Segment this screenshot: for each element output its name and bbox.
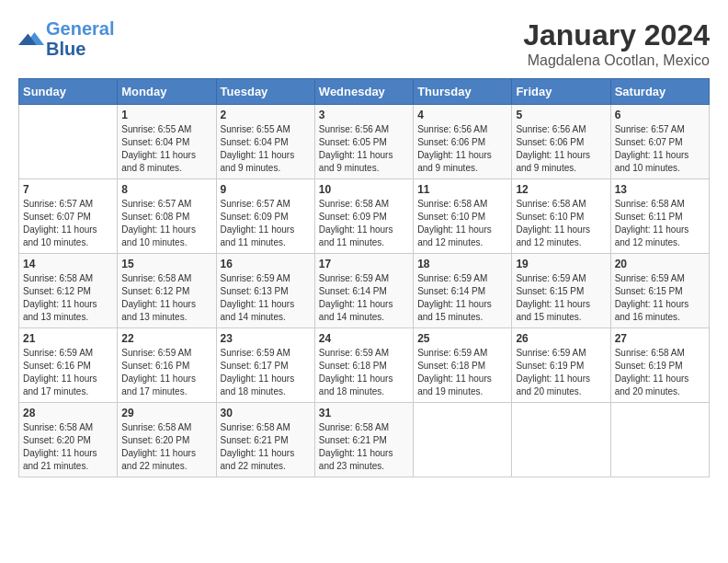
day-info: Sunrise: 6:57 AMSunset: 6:09 PMDaylight:… xyxy=(221,198,311,249)
cell-w2-d5: 19Sunrise: 6:59 AMSunset: 6:15 PMDayligh… xyxy=(512,254,610,328)
calendar-table: Sunday Monday Tuesday Wednesday Thursday… xyxy=(18,78,710,477)
day-info: Sunrise: 6:56 AMSunset: 6:05 PMDaylight:… xyxy=(319,123,409,175)
cell-w3-d0: 21Sunrise: 6:59 AMSunset: 6:16 PMDayligh… xyxy=(19,328,118,403)
day-number: 12 xyxy=(516,183,606,196)
cell-w1-d2: 9Sunrise: 6:57 AMSunset: 6:09 PMDaylight… xyxy=(216,179,314,254)
day-number: 2 xyxy=(221,109,311,121)
logo-text: General Blue xyxy=(46,18,114,59)
cell-w3-d5: 26Sunrise: 6:59 AMSunset: 6:19 PMDayligh… xyxy=(512,328,610,403)
cell-w2-d0: 14Sunrise: 6:58 AMSunset: 6:12 PMDayligh… xyxy=(19,254,118,328)
day-number: 24 xyxy=(319,332,409,345)
day-number: 8 xyxy=(121,183,211,196)
cell-w0-d5: 5Sunrise: 6:56 AMSunset: 6:06 PMDaylight… xyxy=(512,105,610,179)
logo-icon xyxy=(18,26,44,52)
week-row-1: 7Sunrise: 6:57 AMSunset: 6:07 PMDaylight… xyxy=(19,179,710,254)
cell-w3-d3: 24Sunrise: 6:59 AMSunset: 6:18 PMDayligh… xyxy=(314,328,413,403)
day-info: Sunrise: 6:55 AMSunset: 6:04 PMDaylight:… xyxy=(221,123,311,175)
day-number: 27 xyxy=(615,332,705,345)
day-number: 19 xyxy=(516,258,606,270)
day-number: 31 xyxy=(319,407,409,419)
page-header: General Blue January 2024 Magdalena Ocot… xyxy=(18,18,710,69)
day-info: Sunrise: 6:59 AMSunset: 6:13 PMDaylight:… xyxy=(221,272,311,324)
day-number: 29 xyxy=(121,407,211,419)
cell-w1-d1: 8Sunrise: 6:57 AMSunset: 6:08 PMDaylight… xyxy=(118,179,216,254)
day-number: 14 xyxy=(23,258,113,270)
day-info: Sunrise: 6:58 AMSunset: 6:12 PMDaylight:… xyxy=(23,272,113,324)
day-info: Sunrise: 6:58 AMSunset: 6:11 PMDaylight:… xyxy=(615,198,705,249)
cell-w0-d1: 1Sunrise: 6:55 AMSunset: 6:04 PMDaylight… xyxy=(118,105,216,179)
header-thursday: Thursday xyxy=(414,79,512,105)
calendar-subtitle: Magdalena Ocotlan, Mexico xyxy=(523,52,710,69)
cell-w1-d0: 7Sunrise: 6:57 AMSunset: 6:07 PMDaylight… xyxy=(19,179,118,254)
day-info: Sunrise: 6:55 AMSunset: 6:04 PMDaylight:… xyxy=(121,123,211,175)
day-info: Sunrise: 6:59 AMSunset: 6:15 PMDaylight:… xyxy=(615,272,705,324)
day-info: Sunrise: 6:58 AMSunset: 6:20 PMDaylight:… xyxy=(23,421,113,473)
day-info: Sunrise: 6:59 AMSunset: 6:18 PMDaylight:… xyxy=(417,347,507,398)
week-row-2: 14Sunrise: 6:58 AMSunset: 6:12 PMDayligh… xyxy=(19,254,710,328)
day-info: Sunrise: 6:58 AMSunset: 6:21 PMDaylight:… xyxy=(221,421,311,473)
weekday-header-row: Sunday Monday Tuesday Wednesday Thursday… xyxy=(19,79,710,105)
cell-w0-d6: 6Sunrise: 6:57 AMSunset: 6:07 PMDaylight… xyxy=(610,105,709,179)
day-number: 22 xyxy=(121,332,211,345)
day-info: Sunrise: 6:59 AMSunset: 6:16 PMDaylight:… xyxy=(121,347,211,398)
cell-w2-d2: 16Sunrise: 6:59 AMSunset: 6:13 PMDayligh… xyxy=(216,254,314,328)
day-number: 26 xyxy=(516,332,606,345)
week-row-3: 21Sunrise: 6:59 AMSunset: 6:16 PMDayligh… xyxy=(19,328,710,403)
day-info: Sunrise: 6:58 AMSunset: 6:09 PMDaylight:… xyxy=(319,198,409,249)
calendar-body: 1Sunrise: 6:55 AMSunset: 6:04 PMDaylight… xyxy=(19,105,710,477)
day-number: 18 xyxy=(417,258,507,270)
day-number: 10 xyxy=(319,183,409,196)
cell-w1-d3: 10Sunrise: 6:58 AMSunset: 6:09 PMDayligh… xyxy=(314,179,413,254)
cell-w4-d0: 28Sunrise: 6:58 AMSunset: 6:20 PMDayligh… xyxy=(19,403,118,477)
cell-w1-d5: 12Sunrise: 6:58 AMSunset: 6:10 PMDayligh… xyxy=(512,179,610,254)
day-number: 20 xyxy=(615,258,705,270)
day-number: 16 xyxy=(221,258,311,270)
cell-w2-d4: 18Sunrise: 6:59 AMSunset: 6:14 PMDayligh… xyxy=(414,254,512,328)
cell-w0-d0 xyxy=(19,105,118,179)
day-number: 7 xyxy=(23,183,113,196)
day-info: Sunrise: 6:58 AMSunset: 6:21 PMDaylight:… xyxy=(319,421,409,473)
day-info: Sunrise: 6:57 AMSunset: 6:08 PMDaylight:… xyxy=(121,198,211,249)
cell-w3-d4: 25Sunrise: 6:59 AMSunset: 6:18 PMDayligh… xyxy=(414,328,512,403)
cell-w3-d1: 22Sunrise: 6:59 AMSunset: 6:16 PMDayligh… xyxy=(118,328,216,403)
day-number: 3 xyxy=(319,109,409,121)
day-number: 4 xyxy=(417,109,507,121)
cell-w2-d1: 15Sunrise: 6:58 AMSunset: 6:12 PMDayligh… xyxy=(118,254,216,328)
day-number: 9 xyxy=(221,183,311,196)
day-number: 15 xyxy=(121,258,211,270)
day-number: 28 xyxy=(23,407,113,419)
cell-w1-d6: 13Sunrise: 6:58 AMSunset: 6:11 PMDayligh… xyxy=(610,179,709,254)
header-saturday: Saturday xyxy=(610,79,709,105)
day-info: Sunrise: 6:58 AMSunset: 6:19 PMDaylight:… xyxy=(615,347,705,398)
cell-w4-d1: 29Sunrise: 6:58 AMSunset: 6:20 PMDayligh… xyxy=(118,403,216,477)
day-number: 11 xyxy=(417,183,507,196)
day-number: 6 xyxy=(615,109,705,121)
cell-w0-d3: 3Sunrise: 6:56 AMSunset: 6:05 PMDaylight… xyxy=(314,105,413,179)
day-info: Sunrise: 6:57 AMSunset: 6:07 PMDaylight:… xyxy=(23,198,113,249)
day-number: 5 xyxy=(516,109,606,121)
day-number: 17 xyxy=(319,258,409,270)
week-row-0: 1Sunrise: 6:55 AMSunset: 6:04 PMDaylight… xyxy=(19,105,710,179)
day-info: Sunrise: 6:58 AMSunset: 6:12 PMDaylight:… xyxy=(121,272,211,324)
day-number: 25 xyxy=(417,332,507,345)
cell-w4-d4 xyxy=(414,403,512,477)
day-number: 23 xyxy=(221,332,311,345)
cell-w2-d3: 17Sunrise: 6:59 AMSunset: 6:14 PMDayligh… xyxy=(314,254,413,328)
day-info: Sunrise: 6:59 AMSunset: 6:17 PMDaylight:… xyxy=(221,347,311,398)
title-block: January 2024 Magdalena Ocotlan, Mexico xyxy=(523,18,710,69)
cell-w0-d2: 2Sunrise: 6:55 AMSunset: 6:04 PMDaylight… xyxy=(216,105,314,179)
day-number: 30 xyxy=(221,407,311,419)
header-tuesday: Tuesday xyxy=(216,79,314,105)
day-info: Sunrise: 6:59 AMSunset: 6:14 PMDaylight:… xyxy=(417,272,507,324)
cell-w2-d6: 20Sunrise: 6:59 AMSunset: 6:15 PMDayligh… xyxy=(610,254,709,328)
cell-w3-d2: 23Sunrise: 6:59 AMSunset: 6:17 PMDayligh… xyxy=(216,328,314,403)
cell-w4-d2: 30Sunrise: 6:58 AMSunset: 6:21 PMDayligh… xyxy=(216,403,314,477)
day-info: Sunrise: 6:59 AMSunset: 6:15 PMDaylight:… xyxy=(516,272,606,324)
day-number: 13 xyxy=(615,183,705,196)
cell-w1-d4: 11Sunrise: 6:58 AMSunset: 6:10 PMDayligh… xyxy=(414,179,512,254)
day-info: Sunrise: 6:59 AMSunset: 6:14 PMDaylight:… xyxy=(319,272,409,324)
day-info: Sunrise: 6:58 AMSunset: 6:10 PMDaylight:… xyxy=(417,198,507,249)
cell-w3-d6: 27Sunrise: 6:58 AMSunset: 6:19 PMDayligh… xyxy=(610,328,709,403)
day-info: Sunrise: 6:57 AMSunset: 6:07 PMDaylight:… xyxy=(615,123,705,175)
day-info: Sunrise: 6:59 AMSunset: 6:16 PMDaylight:… xyxy=(23,347,113,398)
